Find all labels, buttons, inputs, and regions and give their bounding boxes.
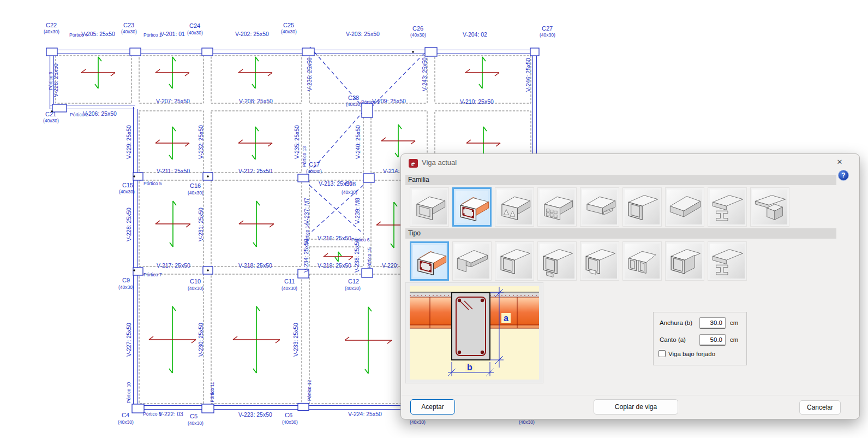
- column-label[interactable]: C26: [412, 25, 423, 32]
- width-input[interactable]: [699, 317, 726, 329]
- beam-label[interactable]: V-227: 25x50: [125, 323, 132, 357]
- column-label[interactable]: C15: [122, 182, 133, 188]
- beam-label[interactable]: V-211: 25x50: [157, 168, 190, 174]
- column[interactable]: [133, 268, 143, 275]
- column[interactable]: [202, 404, 214, 413]
- column[interactable]: [362, 103, 373, 117]
- beam-label[interactable]: V-209: 25x50: [372, 98, 406, 104]
- column-label[interactable]: C10: [190, 278, 201, 285]
- beam-label[interactable]: V-233: 25x50: [292, 323, 299, 357]
- column-label[interactable]: C6: [285, 412, 292, 418]
- beam-label[interactable]: V-218: 25x50: [238, 262, 272, 269]
- beam-label[interactable]: V-213: 25x50: [319, 180, 352, 187]
- tipo-thumb-7[interactable]: [665, 241, 704, 281]
- beam-label[interactable]: V-216: 25x50: [318, 235, 351, 241]
- beam-label[interactable]: V-232: 25x50: [197, 125, 204, 159]
- beam-label[interactable]: V-208: 25x50: [239, 98, 273, 104]
- depth-label: Canto (a): [660, 336, 686, 343]
- column[interactable]: [298, 174, 309, 182]
- tipo-thumb-2[interactable]: [452, 241, 492, 281]
- beam-label[interactable]: V-206: 25x50: [83, 110, 117, 117]
- column-label[interactable]: C22: [46, 22, 57, 28]
- column[interactable]: [130, 48, 141, 56]
- beam-label[interactable]: V-239: M8: [354, 198, 361, 224]
- beam-label[interactable]: V-203: 25x50: [346, 31, 380, 37]
- familia-thumb-8[interactable]: [708, 187, 747, 227]
- depth-input[interactable]: [699, 334, 726, 346]
- column-label[interactable]: C9: [122, 277, 130, 283]
- viga-bajo-forjado-checkbox[interactable]: [659, 350, 666, 357]
- copy-from-beam-button[interactable]: Copiar de viga: [594, 399, 678, 415]
- beam-label[interactable]: V-237: M7: [303, 198, 310, 224]
- column-label[interactable]: C27: [542, 25, 553, 32]
- beam-label[interactable]: V-224: 25x50: [348, 411, 382, 417]
- column[interactable]: [298, 404, 309, 411]
- beam-label[interactable]: V-229: 25x50: [125, 125, 132, 159]
- familia-thumb-3[interactable]: [495, 187, 534, 227]
- tipo-thumb-5[interactable]: [580, 241, 619, 281]
- column[interactable]: [530, 48, 539, 56]
- accept-button[interactable]: Aceptar: [410, 399, 455, 415]
- beam-label[interactable]: V-228: 25x50: [125, 208, 132, 241]
- familia-thumb-1[interactable]: [410, 187, 449, 227]
- beam-label[interactable]: V-230: 25x50: [197, 323, 204, 357]
- familia-thumb-6[interactable]: [622, 187, 662, 227]
- tipo-thumb-8[interactable]: [708, 241, 747, 281]
- beam-label[interactable]: V-226: 25x50: [52, 63, 59, 97]
- column[interactable]: [362, 269, 373, 277]
- beam-label[interactable]: V-222: 03: [159, 411, 183, 417]
- beam-label[interactable]: V-219: 25x50: [318, 262, 351, 269]
- beam-label[interactable]: V-201: 01: [160, 31, 185, 37]
- column-label[interactable]: C21: [45, 111, 56, 117]
- column[interactable]: [425, 48, 437, 56]
- beam-label[interactable]: V-212: 25x50: [238, 168, 272, 174]
- column[interactable]: [132, 404, 144, 413]
- beam-label[interactable]: V-246: 25x50: [525, 58, 531, 92]
- viga-bajo-forjado-row[interactable]: Viga bajo forjado: [659, 350, 715, 357]
- beam-label[interactable]: V-223: 25x50: [238, 411, 272, 418]
- tipo-thumb-4[interactable]: [537, 241, 577, 281]
- column[interactable]: [302, 48, 314, 56]
- column[interactable]: [46, 48, 57, 56]
- column-label[interactable]: C16: [190, 182, 201, 189]
- beam-label[interactable]: V-202: 25x50: [235, 31, 269, 37]
- column-label[interactable]: C23: [123, 22, 134, 28]
- column-label[interactable]: C4: [122, 412, 129, 418]
- dim-a-label: a: [504, 313, 508, 323]
- column-label[interactable]: C12: [348, 278, 359, 285]
- close-icon[interactable]: ✕: [833, 156, 846, 168]
- span-direction-cross: [239, 201, 274, 247]
- column-label[interactable]: C11: [284, 278, 295, 285]
- beam-label[interactable]: V-240: 25x50: [355, 125, 361, 159]
- familia-thumb-4[interactable]: [537, 187, 577, 227]
- familia-thumb-2[interactable]: [452, 187, 492, 227]
- beam-label[interactable]: V-210: 25x50: [460, 98, 494, 105]
- tipo-thumb-3[interactable]: [495, 241, 534, 281]
- slab-panel-outline: [211, 56, 302, 103]
- familia-thumb-7[interactable]: [665, 187, 704, 227]
- column-label[interactable]: C24: [189, 22, 200, 29]
- cancel-button[interactable]: Cancelar: [799, 400, 841, 415]
- beam-label[interactable]: V-217: 25x50: [157, 262, 190, 269]
- column-label[interactable]: C28: [348, 94, 359, 101]
- familia-thumb-9[interactable]: [750, 187, 789, 227]
- help-icon[interactable]: ?: [838, 170, 849, 181]
- column-label[interactable]: C17: [309, 161, 320, 168]
- beam-label[interactable]: V-238: 25x50: [354, 239, 360, 273]
- tipo-thumb-1[interactable]: [410, 241, 449, 281]
- beam-label[interactable]: V-205: 25x50: [81, 31, 115, 37]
- beam-label[interactable]: V-204: 02: [463, 31, 487, 38]
- tipo-thumb-6[interactable]: [622, 241, 662, 281]
- beam-label[interactable]: V-243: 25x50: [421, 57, 428, 91]
- dialog-titlebar[interactable]: Viga actual ✕: [401, 154, 859, 173]
- beam-label[interactable]: V-235: 25x50: [294, 125, 300, 159]
- column-label[interactable]: C5: [190, 413, 197, 419]
- column[interactable]: [363, 174, 374, 182]
- familia-thumb-5[interactable]: [580, 187, 619, 227]
- beam-label[interactable]: V-231: 25x50: [197, 208, 204, 241]
- beam-label[interactable]: V-234: 25x50: [303, 239, 309, 273]
- column-label[interactable]: C25: [283, 22, 294, 28]
- beam-label[interactable]: V-236: 25x50: [306, 57, 313, 91]
- beam-label[interactable]: V-207: 25x50: [156, 98, 190, 104]
- column[interactable]: [202, 48, 213, 56]
